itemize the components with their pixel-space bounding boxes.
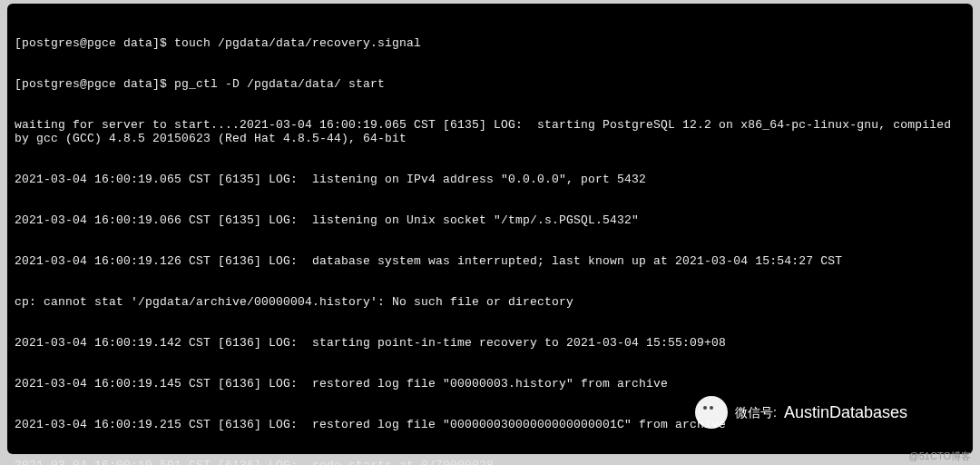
command-line-1: [postgres@pgce data]$ touch /pgdata/data… [15,36,965,50]
command-text: pg_ctl -D /pgdata/data/ start [174,77,385,91]
log-line: 2021-03-04 16:00:19.142 CST [6136] LOG: … [15,336,965,350]
wechat-handle: AustinDatabases [784,406,907,420]
log-line: 2021-03-04 16:00:19.065 CST [6135] LOG: … [15,173,965,186]
log-line: 2021-03-04 16:00:19.066 CST [6135] LOG: … [15,213,965,227]
log-line: waiting for server to start....2021-03-0… [15,118,965,145]
command-text: touch /pgdata/data/recovery.signal [174,36,421,50]
corner-watermark: @51CTO博客 [909,450,971,463]
log-line: 2021-03-04 16:00:19.126 CST [6136] LOG: … [15,254,965,268]
shell-prompt: [postgres@pgce data]$ [15,36,174,50]
terminal-window[interactable]: [postgres@pgce data]$ touch /pgdata/data… [7,4,973,454]
log-line: 2021-03-04 16:00:19.145 CST [6136] LOG: … [15,377,965,391]
wechat-icon [695,396,728,429]
shell-prompt: [postgres@pgce data]$ [15,77,174,91]
log-line: 2021-03-04 16:00:19.591 CST [6136] LOG: … [15,459,965,465]
wechat-label: 微信号: [735,406,777,420]
log-line: cp: cannot stat '/pgdata/archive/0000000… [15,295,965,309]
command-line-2: [postgres@pgce data]$ pg_ctl -D /pgdata/… [15,77,965,91]
wechat-watermark: 微信号: AustinDatabases [695,396,907,429]
